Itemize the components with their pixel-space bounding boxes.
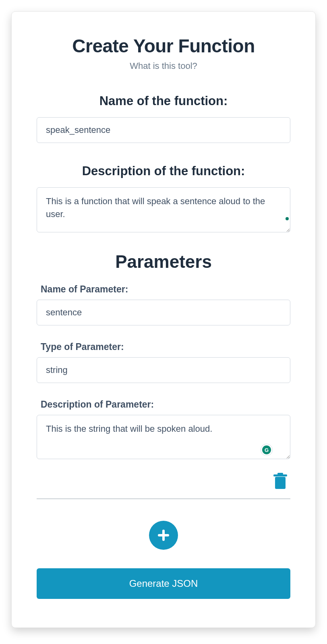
param-type-input[interactable] (37, 357, 290, 383)
param-type-label: Type of Parameter: (41, 342, 290, 352)
param-description-label: Description of Parameter: (41, 399, 290, 410)
form-card: Create Your Function What is this tool? … (11, 11, 316, 628)
function-name-input[interactable] (37, 117, 290, 143)
page-subtitle-link[interactable]: What is this tool? (20, 61, 307, 71)
function-name-heading: Name of the function: (20, 94, 307, 108)
trash-icon (273, 473, 288, 490)
generate-json-button[interactable]: Generate JSON (37, 568, 290, 599)
delete-parameter-button[interactable] (271, 471, 290, 491)
param-name-input[interactable] (37, 300, 290, 325)
svg-rect-2 (277, 473, 283, 475)
param-description-textarea[interactable] (37, 415, 290, 459)
function-description-heading: Description of the function: (20, 164, 307, 178)
plus-icon (157, 528, 170, 542)
page-title: Create Your Function (20, 35, 307, 57)
function-description-textarea[interactable] (37, 187, 290, 232)
section-divider (37, 499, 290, 499)
parameter-block: Name of Parameter: Type of Parameter: De… (20, 284, 307, 491)
add-parameter-button[interactable] (149, 521, 178, 550)
parameters-heading: Parameters (20, 252, 307, 272)
svg-rect-0 (275, 477, 286, 489)
param-name-label: Name of Parameter: (41, 284, 290, 295)
svg-rect-4 (158, 534, 169, 536)
